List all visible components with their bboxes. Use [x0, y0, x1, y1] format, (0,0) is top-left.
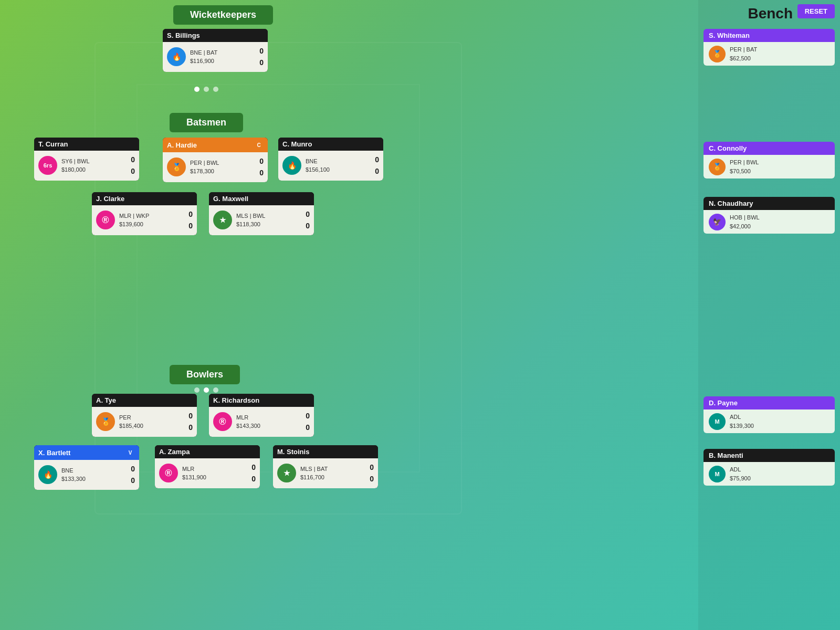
bench-card-whiteman[interactable]: S. Whiteman 🏅 PER | BAT $62,500: [704, 29, 835, 66]
player-logo-curran: 6rs: [38, 156, 57, 175]
bowlers-label: Bowlers: [170, 365, 240, 384]
wk-pagination-dots: [194, 87, 218, 92]
player-logo-clarke: ®: [96, 211, 115, 229]
player-logo-zampa: ®: [159, 464, 178, 482]
player-card-munro[interactable]: C. Munro 🔥 BNE $156,100 0 0: [278, 138, 383, 181]
dot-2[interactable]: [204, 87, 209, 92]
player-info-hardie: PER | BWL $178,300: [190, 159, 255, 176]
player-scores-munro: 0 0: [375, 154, 379, 177]
player-scores-bartlett: 0 0: [131, 463, 135, 487]
player-scores-clarke: 0 0: [188, 208, 193, 232]
bwl-dot-1[interactable]: [194, 387, 200, 393]
player-scores-richardson: 0 0: [306, 410, 310, 434]
card-header-maxwell: G. Maxwell: [209, 192, 314, 205]
player-info-bartlett: BNE $133,300: [61, 466, 127, 484]
player-card-bartlett[interactable]: X. Bartlett V 🔥 BNE $133,300 0 0: [34, 445, 139, 490]
card-body-curran: 6rs SY6 | BWL $180,000 0 0: [34, 151, 139, 181]
bwl-dot-3[interactable]: [213, 387, 218, 393]
player-info-curran: SY6 | BWL $180,000: [61, 157, 127, 174]
player-logo-richardson: ®: [213, 412, 232, 431]
player-scores-hardie: 0 0: [259, 155, 264, 179]
bench-header-whiteman: S. Whiteman: [704, 29, 835, 42]
player-card-richardson[interactable]: K. Richardson ® MLR $143,300 0 0: [209, 394, 314, 437]
dot-1[interactable]: [194, 87, 200, 92]
card-header-billings: S. Billings: [163, 29, 268, 42]
player-info-billings: BNE | BAT $116,900: [190, 48, 255, 66]
player-logo-hardie: 🏅: [167, 158, 186, 176]
bench-body-chaudhary: 🦅 HOB | BWL $42,000: [704, 210, 835, 234]
bench-header-manenti: B. Manenti: [704, 449, 835, 462]
card-body-tye: 🏅 PER $185,400 0 0: [92, 407, 197, 437]
card-header-bartlett: X. Bartlett V: [34, 445, 139, 460]
bench-info-manenti: ADL $75,900: [730, 465, 751, 482]
bench-logo-chaudhary: 🦅: [709, 214, 726, 230]
player-info-clarke: MLR | WKP $139,600: [119, 212, 184, 229]
player-scores-curran: 0 0: [131, 154, 135, 177]
bench-header-chaudhary: N. Chaudhary: [704, 197, 835, 210]
player-name-bartlett: X. Bartlett: [38, 449, 70, 457]
card-header-hardie: A. Hardie C: [163, 138, 268, 152]
bench-header-payne: D. Payne: [704, 396, 835, 410]
wicketkeepers-section: Wicketkeepers: [173, 5, 273, 25]
card-header-stoinis: M. Stoinis: [273, 445, 378, 458]
bench-body-whiteman: 🏅 PER | BAT $62,500: [704, 42, 835, 66]
card-header-curran: T. Curran: [34, 138, 139, 151]
player-name-munro: C. Munro: [282, 140, 312, 148]
player-card-stoinis[interactable]: M. Stoinis ★ MLS | BAT $116,700 0 0: [273, 445, 378, 488]
dot-3[interactable]: [213, 87, 218, 92]
card-body-hardie: 🏅 PER | BWL $178,300 0 0: [163, 152, 268, 182]
batsmen-section: Batsmen: [170, 113, 243, 132]
card-body-clarke: ® MLR | WKP $139,600 0 0: [92, 205, 197, 235]
bwl-dot-2[interactable]: [204, 387, 209, 393]
batsmen-label: Batsmen: [170, 113, 243, 132]
card-header-tye: A. Tye: [92, 394, 197, 407]
bench-card-connolly[interactable]: C. Connolly 🏅 PER | BWL $70,500: [704, 142, 835, 178]
player-card-zampa[interactable]: A. Zampa ® MLR $131,900 0 0: [155, 445, 260, 488]
player-name-clarke: J. Clarke: [96, 195, 124, 203]
player-logo-stoinis: ★: [277, 464, 296, 482]
player-card-curran[interactable]: T. Curran 6rs SY6 | BWL $180,000 0 0: [34, 138, 139, 181]
player-name-richardson: K. Richardson: [213, 396, 259, 404]
bowlers-section: Bowlers: [170, 365, 240, 384]
player-card-billings[interactable]: S. Billings 🔥 BNE | BAT $116,900 0 0: [163, 29, 268, 72]
player-card-maxwell[interactable]: G. Maxwell ★ MLS | BWL $118,300 0 0: [209, 192, 314, 235]
player-scores-zampa: 0 0: [251, 461, 256, 485]
bench-info-chaudhary: HOB | BWL $42,000: [730, 213, 760, 230]
player-card-clarke[interactable]: J. Clarke ® MLR | WKP $139,600 0 0: [92, 192, 197, 235]
player-logo-billings: 🔥: [167, 47, 186, 66]
player-info-munro: BNE $156,100: [306, 157, 371, 174]
player-info-tye: PER $185,400: [119, 413, 184, 430]
bench-logo-whiteman: 🏅: [709, 46, 726, 62]
player-card-tye[interactable]: A. Tye 🏅 PER $185,400 0 0: [92, 394, 197, 437]
player-name-stoinis: M. Stoinis: [277, 448, 309, 456]
bench-title: Bench: [748, 5, 793, 22]
bench-logo-payne: M: [709, 413, 726, 430]
card-body-munro: 🔥 BNE $156,100 0 0: [278, 151, 383, 181]
player-logo-maxwell: ★: [213, 211, 232, 229]
card-body-stoinis: ★ MLS | BAT $116,700 0 0: [273, 458, 378, 488]
bench-card-manenti[interactable]: B. Manenti M ADL $75,900: [704, 449, 835, 486]
bench-info-whiteman: PER | BAT $62,500: [730, 45, 757, 62]
bench-card-payne[interactable]: D. Payne M ADL $139,300: [704, 396, 835, 433]
card-body-bartlett: 🔥 BNE $133,300 0 0: [34, 460, 139, 490]
bench-logo-connolly: 🏅: [709, 159, 726, 175]
card-body-maxwell: ★ MLS | BWL $118,300 0 0: [209, 205, 314, 235]
player-info-zampa: MLR $131,900: [182, 465, 247, 482]
player-card-hardie[interactable]: A. Hardie C 🏅 PER | BWL $178,300 0 0: [163, 138, 268, 182]
player-logo-tye: 🏅: [96, 412, 115, 431]
bench-card-chaudhary[interactable]: N. Chaudhary 🦅 HOB | BWL $42,000: [704, 197, 835, 234]
player-name-zampa: A. Zampa: [159, 448, 190, 456]
bench-body-manenti: M ADL $75,900: [704, 462, 835, 486]
bench-logo-manenti: M: [709, 466, 726, 482]
player-scores-tye: 0 0: [188, 410, 193, 434]
player-name-hardie: A. Hardie: [167, 141, 197, 149]
bench-header-connolly: C. Connolly: [704, 142, 835, 155]
bench-body-payne: M ADL $139,300: [704, 410, 835, 433]
wicketkeepers-label: Wicketkeepers: [173, 5, 273, 25]
card-header-richardson: K. Richardson: [209, 394, 314, 407]
vice-badge-bartlett: V: [125, 448, 135, 457]
player-name-curran: T. Curran: [38, 140, 68, 148]
reset-button[interactable]: RESET: [797, 4, 835, 18]
card-body-zampa: ® MLR $131,900 0 0: [155, 458, 260, 488]
captain-badge: C: [254, 140, 264, 150]
